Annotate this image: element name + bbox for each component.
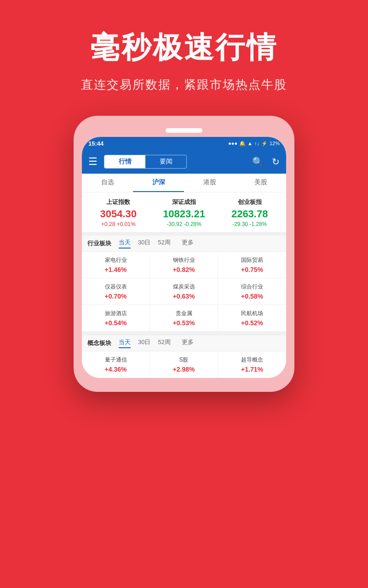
market-tab-shanghai[interactable]: 沪深 — [133, 174, 184, 192]
list-item[interactable]: 钢铁行业 +0.82% — [150, 252, 218, 278]
phone-speaker — [166, 128, 202, 133]
concept-tabs: 当天 30日 52周 更多 — [119, 338, 194, 348]
sector-tab-today[interactable]: 当天 — [119, 238, 131, 249]
sector-change: +0.54% — [84, 319, 148, 327]
hero-title: 毫秒极速行情 — [0, 28, 368, 68]
network-icon: ↑↓ — [254, 141, 259, 146]
concept-change: +1.71% — [220, 366, 284, 373]
concept-change: +2.98% — [152, 366, 216, 373]
index-shenzhen-name: 深证成指 — [151, 198, 217, 206]
index-section: 上证指数 3054.30 +0.28 +0.01% 深证成指 10823.21 … — [82, 192, 286, 232]
nav-actions: 🔍 ↻ — [252, 156, 280, 167]
concept-tab-30d[interactable]: 30日 — [138, 338, 150, 348]
sector-name: 贵金属 — [152, 310, 216, 317]
concept-header: 概念板块 当天 30日 52周 更多 — [82, 332, 286, 351]
sector-change: +0.75% — [220, 266, 284, 273]
sector-change: +1.46% — [84, 266, 148, 273]
list-item[interactable]: 煤炭采选 +0.63% — [150, 278, 218, 305]
list-item[interactable]: 民航机场 +0.52% — [218, 305, 286, 332]
sector-tab-30d[interactable]: 30日 — [138, 238, 150, 249]
index-chinext[interactable]: 创业板指 2263.78 -29.30 -1.28% — [217, 198, 282, 227]
nav-tab-market[interactable]: 行情 — [104, 155, 145, 168]
list-item[interactable]: 国际贸易 +0.75% — [218, 252, 286, 278]
sector-change: +0.82% — [152, 266, 216, 273]
market-tab-hk[interactable]: 港股 — [184, 174, 235, 192]
concept-tab-52w[interactable]: 52周 — [158, 338, 170, 348]
battery-text: 12% — [270, 141, 280, 146]
sector-tab-52w[interactable]: 52周 — [158, 238, 170, 249]
hero-section: 毫秒极速行情 直连交易所数据，紧跟市场热点牛股 — [0, 0, 368, 102]
phone-notch — [82, 124, 286, 137]
list-item[interactable]: S股 +2.98% — [150, 351, 218, 378]
index-shenzhen-value: 10823.21 — [151, 208, 217, 220]
concept-grid: 量子通信 +4.36% S股 +2.98% 超导概念 +1.71% — [82, 351, 286, 378]
index-chinext-name: 创业板指 — [217, 198, 282, 206]
list-item[interactable]: 量子通信 +4.36% — [82, 351, 150, 378]
list-item[interactable]: 仪器仪表 +0.70% — [82, 278, 150, 305]
index-shenzhen[interactable]: 深证成指 10823.21 -30.92 -0.28% — [151, 198, 217, 227]
menu-icon[interactable]: ☰ — [88, 156, 98, 168]
index-chinext-value: 2263.78 — [217, 208, 282, 220]
search-icon[interactable]: 🔍 — [252, 156, 264, 167]
index-shanghai[interactable]: 上证指数 3054.30 +0.28 +0.01% — [86, 198, 151, 227]
top-nav: ☰ 行情 要闻 🔍 ↻ — [82, 150, 286, 174]
phone-mockup: 15:44 ●●● 🔔 ▲ ↑↓ ⚡ 12% ☰ 行情 要闻 🔍 — [74, 116, 294, 392]
index-shanghai-change: +0.28 +0.01% — [86, 221, 151, 227]
phone-screen: 15:44 ●●● 🔔 ▲ ↑↓ ⚡ 12% ☰ 行情 要闻 🔍 — [82, 137, 286, 378]
signal-icon: ●●● — [228, 141, 237, 146]
concept-change: +4.36% — [84, 366, 148, 373]
sector-name: 旅游酒店 — [84, 310, 148, 317]
hero-subtitle: 直连交易所数据，紧跟市场热点牛股 — [0, 77, 368, 93]
sector-name: 综合行业 — [220, 283, 284, 291]
sector-change: +0.58% — [220, 293, 284, 300]
market-tabs: 自选 沪深 港股 美股 — [82, 174, 286, 192]
index-chinext-change: -29.30 -1.28% — [217, 221, 282, 227]
phone-outer: 15:44 ●●● 🔔 ▲ ↑↓ ⚡ 12% ☰ 行情 要闻 🔍 — [74, 116, 294, 392]
sector-change: +0.70% — [84, 293, 148, 300]
index-shenzhen-change: -30.92 -0.28% — [151, 221, 217, 227]
sector-change: +0.63% — [152, 293, 216, 300]
sector-tab-more[interactable]: 更多 — [182, 238, 194, 249]
sector-tabs: 当天 30日 52周 更多 — [119, 238, 194, 249]
concept-name: S股 — [152, 356, 216, 364]
list-item[interactable]: 综合行业 +0.58% — [218, 278, 286, 305]
index-shanghai-name: 上证指数 — [86, 198, 151, 206]
concept-name: 超导概念 — [220, 356, 284, 364]
sector-name: 钢铁行业 — [152, 256, 216, 264]
sector-name: 仪器仪表 — [84, 283, 148, 291]
list-item[interactable]: 超导概念 +1.71% — [218, 351, 286, 378]
index-shanghai-value: 3054.30 — [86, 208, 151, 220]
status-icons: ●●● 🔔 ▲ ↑↓ ⚡ 12% — [228, 141, 280, 147]
sector-change: +0.53% — [152, 319, 216, 327]
sector-title: 行业板块 — [87, 239, 111, 248]
nav-tabs: 行情 要闻 — [104, 155, 187, 169]
list-item[interactable]: 旅游酒店 +0.54% — [82, 305, 150, 332]
market-tab-us[interactable]: 美股 — [235, 174, 286, 192]
charging-icon: ⚡ — [261, 141, 268, 147]
sector-name: 民航机场 — [220, 310, 284, 317]
list-item[interactable]: 贵金属 +0.53% — [150, 305, 218, 332]
concept-tab-more[interactable]: 更多 — [182, 338, 194, 348]
concept-tab-today[interactable]: 当天 — [119, 338, 131, 348]
concept-name: 量子通信 — [84, 356, 148, 364]
refresh-icon[interactable]: ↻ — [272, 156, 280, 167]
wifi-icon: ▲ — [247, 141, 253, 146]
status-bar: 15:44 ●●● 🔔 ▲ ↑↓ ⚡ 12% — [82, 137, 286, 150]
sector-header: 行业板块 当天 30日 52周 更多 — [82, 232, 286, 252]
sector-name: 煤炭采选 — [152, 283, 216, 291]
list-item[interactable]: 家电行业 +1.46% — [82, 252, 150, 278]
sector-name: 国际贸易 — [220, 256, 284, 264]
sector-name: 家电行业 — [84, 256, 148, 264]
sector-grid: 家电行业 +1.46% 钢铁行业 +0.82% 国际贸易 +0.75% 仪器仪表… — [82, 252, 286, 332]
status-time: 15:44 — [88, 140, 104, 147]
sector-change: +0.52% — [220, 319, 284, 327]
mute-icon: 🔔 — [239, 141, 246, 147]
market-tab-watchlist[interactable]: 自选 — [82, 174, 133, 192]
concept-title: 概念板块 — [87, 339, 111, 347]
nav-tab-news[interactable]: 要闻 — [145, 155, 186, 168]
